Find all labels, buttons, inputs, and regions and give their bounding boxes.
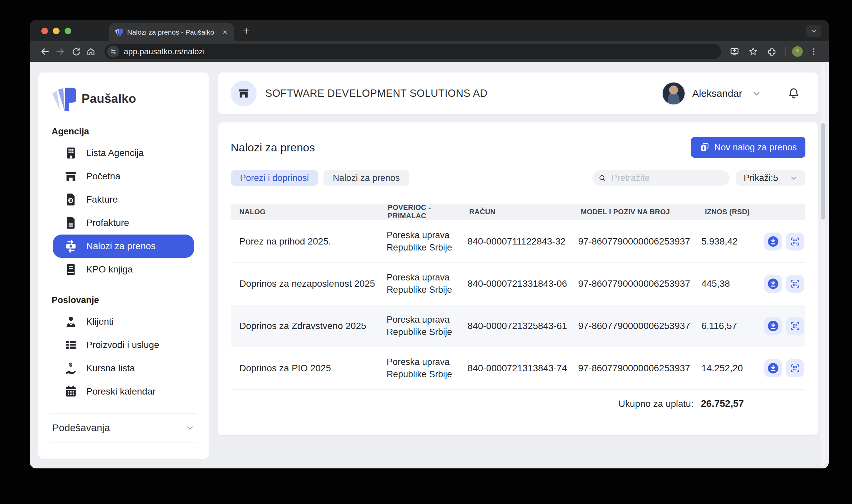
toolbar-separator (785, 47, 786, 56)
home-icon[interactable] (83, 44, 99, 59)
cell-poverioc: Poreska uprava Republike Srbije (387, 271, 467, 296)
money-transfer-icon (64, 239, 78, 253)
sidebar-item-poreski-kalendar[interactable]: Poreski kalendar (53, 380, 194, 403)
new-transfer-order-button[interactable]: Nov nalog za prenos (691, 137, 805, 158)
column-header-model: MODEL I POZIV NA BROJ (581, 208, 705, 216)
column-header-poverioc: POVERIOC - PRIMALAC (388, 203, 469, 220)
sidebar-item-fakture[interactable]: $ Fakture (53, 188, 194, 211)
bookmark-star-icon[interactable] (745, 44, 761, 59)
url-text: app.pausalko.rs/nalozi (124, 47, 205, 56)
tab-search-chevron-icon[interactable] (806, 25, 821, 37)
sidebar-item-label: Kursna lista (86, 363, 135, 374)
page-scrollbar[interactable] (821, 64, 826, 466)
sidebar-item-proizvodi-i-usluge[interactable]: Proizvodi i usluge (53, 333, 194, 357)
forward-icon[interactable] (53, 44, 68, 59)
page-size-select[interactable]: Prikaži:5 (736, 170, 805, 186)
section-label-poslovanje: Poslovanje (52, 295, 200, 305)
qr-code-button[interactable] (786, 317, 804, 335)
qr-code-button[interactable] (786, 233, 804, 251)
sidebar-item-pocetna[interactable]: Početna (53, 165, 194, 188)
filter-tab-porezi-i-doprinosi[interactable]: Porezi i doprinosi (231, 170, 318, 186)
download-order-button[interactable] (764, 359, 782, 377)
table-row: Porez na prihod 2025. Poreska uprava Rep… (231, 220, 805, 263)
settings-label: Podešavanja (52, 422, 110, 433)
cell-nalog: Doprinos za Zdravstveno 2025 (231, 321, 387, 331)
cell-nalog: Doprinos za nezaposlenost 2025 (231, 278, 387, 289)
chevron-down-icon (789, 174, 798, 182)
sidebar-item-label: Početna (86, 171, 121, 182)
download-circle-icon (766, 319, 780, 333)
sidebar-item-lista-agencija[interactable]: Lista Agencija (53, 141, 194, 165)
storefront-icon (64, 169, 78, 184)
column-header-racun: RAČUN (469, 208, 581, 216)
sidebar-item-kpo-knjiga[interactable]: KPO knjiga (53, 258, 194, 281)
sidebar-item-nalozi-za-prenos[interactable]: Nalozi za prenos (53, 235, 194, 258)
sidebar-item-profakture[interactable]: Profakture (53, 211, 194, 235)
user-menu-chevron-icon[interactable] (751, 89, 762, 98)
download-order-button[interactable] (764, 233, 782, 251)
sidebar-divider (50, 442, 197, 443)
content-card: Nalozi za prenos Nov nalog za prenos Por… (218, 122, 818, 435)
cell-iznos: 5.938,42 (701, 236, 764, 247)
browser-tab[interactable]: Nalozi za prenos - Paušalko × (109, 23, 234, 41)
toolbar-actions (727, 44, 821, 59)
brand[interactable]: Paušalko (47, 86, 200, 112)
qr-code-button[interactable] (786, 359, 804, 377)
book-icon (64, 262, 78, 277)
install-app-icon[interactable] (727, 44, 742, 59)
copy-plus-icon (699, 142, 710, 152)
total-row: Ukupno za uplatu: 26.752,57 (231, 389, 805, 409)
mac-close-button[interactable] (41, 28, 48, 34)
table-row: Doprinos za Zdravstveno 2025 Poreska upr… (231, 305, 805, 347)
cell-racun: 840-0000711122843-32 (467, 236, 578, 247)
extensions-icon[interactable] (764, 44, 779, 59)
tab-title: Nalozi za prenos - Paušalko (127, 28, 217, 36)
section-label-agencija: Agencija (52, 126, 200, 137)
sidebar-item-label: Proizvodi i usluge (86, 340, 159, 350)
site-settings-icon[interactable] (107, 46, 119, 57)
sidebar-item-podesavanja[interactable]: Podešavanja (47, 414, 200, 433)
search-box[interactable] (592, 170, 729, 186)
column-header-nalog: NALOG (231, 208, 388, 216)
table-row: Doprinos za PIO 2025 Poreska uprava Repu… (231, 347, 805, 389)
mac-minimize-button[interactable] (53, 28, 59, 34)
profile-avatar[interactable] (792, 46, 803, 57)
window-controls (41, 28, 71, 34)
table-row: Doprinos za nezaposlenost 2025 Poreska u… (231, 263, 805, 305)
cell-iznos: 6.116,57 (701, 321, 764, 331)
qr-code-button[interactable] (786, 275, 804, 293)
sidebar-item-klijenti[interactable]: Klijenti (53, 310, 194, 333)
download-order-button[interactable] (764, 275, 782, 293)
sidebar-item-label: Klijenti (86, 317, 113, 327)
download-order-button[interactable] (764, 317, 782, 335)
user-avatar[interactable] (662, 82, 686, 106)
tab-close-icon[interactable]: × (221, 28, 229, 36)
search-input[interactable] (611, 173, 724, 183)
mac-fullscreen-button[interactable] (65, 28, 71, 34)
chevron-down-icon (185, 423, 195, 432)
sidebar: Paušalko Agencija Lista Agencija Početna (38, 73, 209, 459)
back-icon[interactable] (37, 44, 53, 59)
sidebar-item-label: Poreski kalendar (86, 386, 156, 397)
address-bar[interactable]: app.pausalko.rs/nalozi (105, 44, 721, 59)
svg-text:$: $ (70, 198, 72, 203)
notifications-bell-icon[interactable] (787, 87, 800, 100)
sidebar-item-kursna-lista[interactable]: $ Kursna lista (53, 357, 194, 380)
table-header: NALOG POVERIOC - PRIMALAC RAČUN MODEL I … (231, 203, 805, 220)
qr-code-icon (790, 236, 800, 247)
sidebar-item-label: Profakture (86, 218, 129, 228)
reload-icon[interactable] (68, 44, 83, 59)
menu-kebab-icon[interactable] (806, 44, 821, 59)
person-icon (64, 314, 78, 329)
filter-tab-nalozi-za-prenos[interactable]: Nalozi za prenos (323, 170, 409, 186)
new-tab-button[interactable]: + (243, 25, 250, 36)
scrollbar-thumb[interactable] (821, 123, 825, 219)
download-circle-icon (766, 277, 780, 290)
svg-text:$: $ (69, 362, 72, 367)
invoice-icon: $ (64, 192, 78, 207)
browser-window: Nalozi za prenos - Paušalko × + app.paus… (30, 20, 829, 468)
cell-racun: 840-0000721313843-74 (467, 363, 578, 374)
cell-poverioc: Poreska uprava Republike Srbije (387, 314, 467, 338)
browser-toolbar: app.pausalko.rs/nalozi (30, 41, 829, 62)
cell-model: 97-8607790000006253937 (578, 363, 701, 374)
